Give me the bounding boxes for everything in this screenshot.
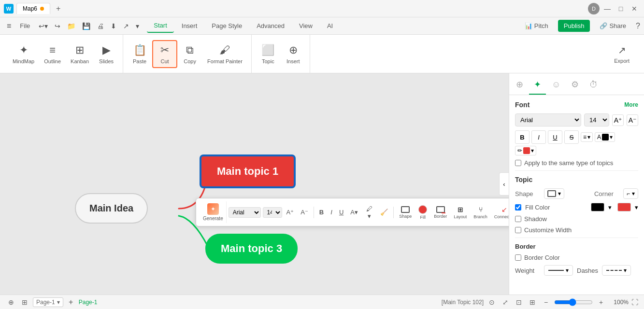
- save-button[interactable]: 💾: [79, 20, 93, 32]
- menu-toggle-button[interactable]: ≡: [4, 20, 14, 32]
- minimize-button[interactable]: —: [601, 3, 613, 14]
- font-increase-button[interactable]: A⁺: [612, 114, 624, 126]
- floating-font-size[interactable]: 14: [263, 207, 282, 218]
- strikethrough-button[interactable]: S: [564, 130, 579, 144]
- panel-tab-ai[interactable]: ✦: [529, 75, 546, 95]
- zoom-in-button[interactable]: +: [596, 297, 606, 308]
- main-idea-node[interactable]: Main Idea: [75, 193, 148, 224]
- font-color-dropdown[interactable]: A ▾: [595, 132, 615, 142]
- dashes-select[interactable]: ▾: [602, 265, 631, 276]
- floating-shape-button[interactable]: Shape: [397, 204, 414, 221]
- floating-highlight-button[interactable]: 🖊▾: [362, 204, 376, 221]
- bold-button[interactable]: B: [515, 130, 530, 144]
- fill-color-preview-black[interactable]: [591, 203, 604, 211]
- zoom-fit-button[interactable]: ⤢: [500, 297, 511, 308]
- copy-button[interactable]: ⧉ Copy: [177, 41, 202, 67]
- main-topic-3-node[interactable]: Main topic 3: [205, 234, 298, 264]
- floating-font-select[interactable]: Arial: [229, 207, 261, 218]
- fill-color-preview-red[interactable]: [617, 203, 631, 211]
- custom-button[interactable]: ▾: [133, 20, 142, 32]
- collapse-panel-button[interactable]: ‹: [499, 172, 509, 196]
- floating-bold-button[interactable]: B: [317, 207, 326, 217]
- add-tab-button[interactable]: +: [53, 4, 63, 13]
- mindmap-button[interactable]: ✦ MindMap: [8, 41, 39, 67]
- view-mode-button[interactable]: ⊡: [514, 297, 524, 308]
- zoom-out-button[interactable]: −: [541, 297, 551, 308]
- cut-button[interactable]: ✂ Cut: [152, 40, 177, 68]
- undo-button[interactable]: ↩▾: [36, 20, 51, 32]
- border-color-checkbox[interactable]: [515, 254, 521, 261]
- tab-page-style[interactable]: Page Style: [205, 19, 249, 32]
- floating-italic-button[interactable]: I: [328, 207, 335, 217]
- close-button[interactable]: ✕: [629, 3, 640, 14]
- toolbar: ✦ MindMap ≡ Outline ⊞ Kanban ▶ Slides 📋 …: [0, 35, 644, 73]
- export-quick-button[interactable]: ⬇: [108, 20, 119, 32]
- format-painter-button[interactable]: 🖌 Format Painter: [202, 41, 247, 67]
- shadow-checkbox[interactable]: [515, 216, 521, 222]
- fill-color-checkbox[interactable]: [515, 204, 521, 211]
- tab-start[interactable]: Start: [147, 19, 173, 33]
- insert-button[interactable]: ⊕ Insert: [281, 41, 306, 67]
- floating-font-color-button[interactable]: A▾: [348, 207, 360, 217]
- panel-tab-settings[interactable]: ⚙: [566, 75, 584, 95]
- redo-button[interactable]: ↪: [52, 20, 63, 32]
- page-selector[interactable]: Page-1 ▾: [33, 297, 63, 307]
- floating-eraser-button[interactable]: 🧹: [378, 207, 390, 217]
- file-menu[interactable]: File: [15, 20, 35, 31]
- topic-button[interactable]: ⬜ Topic: [256, 41, 281, 67]
- outline-button[interactable]: ≡ Outline: [39, 41, 66, 67]
- italic-button[interactable]: I: [531, 130, 546, 144]
- status-icon-2[interactable]: ⊞: [19, 297, 30, 308]
- panel-tab-timer[interactable]: ⏱: [585, 76, 603, 95]
- floating-increase-font[interactable]: A⁺: [284, 207, 297, 217]
- tab-insert[interactable]: Insert: [175, 19, 204, 32]
- customize-width-checkbox[interactable]: [515, 227, 521, 233]
- font-decrease-button[interactable]: A⁻: [627, 114, 638, 126]
- export-button[interactable]: ↗ Export: [607, 42, 636, 67]
- font-size-select[interactable]: 14: [584, 113, 609, 126]
- floating-connector-button[interactable]: ↙ Connector: [492, 204, 509, 221]
- floating-underline-button[interactable]: U: [337, 207, 346, 217]
- generate-button[interactable]: ✦ Generate: [200, 201, 227, 223]
- slides-button[interactable]: ▶ Slides: [94, 41, 119, 67]
- pitch-button[interactable]: 📊 Pitch: [519, 20, 554, 32]
- maximize-button[interactable]: □: [615, 3, 627, 14]
- tab-ai[interactable]: AI: [320, 19, 340, 32]
- help-button[interactable]: ?: [636, 22, 640, 30]
- zoom-slider[interactable]: [554, 298, 593, 306]
- share-quick-button[interactable]: ↗: [120, 20, 132, 32]
- weight-select[interactable]: ▾: [544, 265, 573, 276]
- panel-tab-emoji[interactable]: ☺: [547, 76, 565, 95]
- canvas-area[interactable]: Main Idea Main topic 1 Main topic 3 ✦ Ge…: [0, 73, 509, 295]
- tab-view[interactable]: View: [292, 19, 319, 32]
- open-file-button[interactable]: 📁: [64, 20, 78, 32]
- fit-screen-button[interactable]: ⊙: [487, 297, 497, 308]
- floating-decrease-font[interactable]: A⁻: [298, 207, 311, 217]
- add-page-button[interactable]: +: [66, 297, 76, 307]
- font-family-select[interactable]: Arial: [515, 113, 581, 126]
- print-button[interactable]: 🖨: [94, 20, 107, 32]
- underline-button[interactable]: U: [548, 130, 562, 144]
- insert-icon: ⊕: [289, 44, 298, 56]
- kanban-button[interactable]: ⊞ Kanban: [66, 41, 94, 67]
- floating-border-button[interactable]: Border: [431, 204, 449, 221]
- apply-same-checkbox[interactable]: [515, 160, 521, 166]
- fullscreen-button[interactable]: ⛶: [631, 298, 638, 306]
- share-button[interactable]: 🔗 Share: [594, 20, 632, 32]
- tab-advanced[interactable]: Advanced: [250, 19, 291, 32]
- layout-mode-button[interactable]: ⊞: [527, 297, 538, 308]
- map-tab[interactable]: Map6: [16, 3, 50, 14]
- status-icon-1[interactable]: ⊕: [6, 297, 16, 308]
- align-dropdown[interactable]: ≡ ▾: [581, 132, 593, 142]
- corner-select[interactable]: ⌐ ▾: [623, 188, 638, 199]
- paste-button[interactable]: 📋 Paste: [127, 41, 152, 67]
- floating-fill-button[interactable]: Fill: [416, 203, 429, 222]
- main-topic-1-node[interactable]: Main topic 1: [200, 155, 295, 187]
- shape-select[interactable]: ▾: [544, 188, 564, 199]
- font-more-link[interactable]: More: [624, 101, 638, 108]
- floating-layout-button[interactable]: ⊞ Layout: [451, 204, 469, 221]
- floating-branch-button[interactable]: ⑂ Branch: [471, 204, 490, 221]
- highlight-dropdown[interactable]: ✏ ▾: [515, 146, 536, 155]
- panel-tab-style[interactable]: ⊕: [511, 75, 528, 95]
- publish-button[interactable]: Publish: [558, 20, 590, 32]
